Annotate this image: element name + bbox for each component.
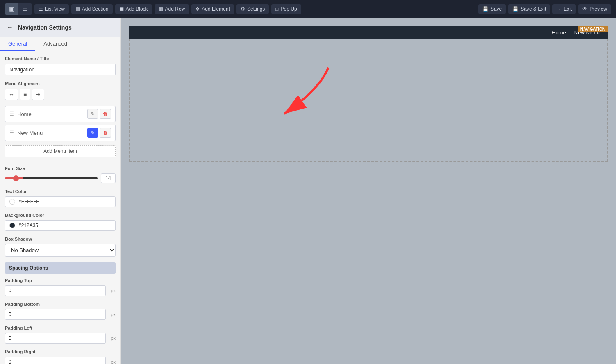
alignment-buttons: ↔ ≡ ⇥ <box>5 89 116 100</box>
padding-top-label: Padding Top <box>5 278 116 283</box>
text-color-swatch <box>9 199 15 205</box>
add-element-icon: ✥ <box>195 6 200 12</box>
menu-item-new-menu-actions: ✎ 🗑 <box>87 128 111 138</box>
toolbar-right: 💾 Save 💾 Save & Exit → Exit 👁 Preview <box>478 4 611 14</box>
box-shadow-select[interactable]: No Shadow Small Medium Large <box>5 244 116 257</box>
back-button[interactable]: ← <box>6 23 14 32</box>
preview-btn[interactable]: 👁 Preview <box>578 4 611 14</box>
mobile-view-btn[interactable]: ▭ <box>18 3 32 15</box>
sidebar-tabs: General Advanced <box>0 37 120 51</box>
popup-btn[interactable]: □ Pop Up <box>271 4 301 14</box>
canvas-inner: Home New Menu NAVIGATION <box>121 18 616 170</box>
text-color-label: Text Color <box>5 189 116 194</box>
font-size-slider[interactable] <box>5 177 98 179</box>
padding-top-px: px <box>107 288 116 293</box>
align-center-btn[interactable]: ≡ <box>20 89 30 100</box>
menu-alignment-label: Menu Alignment <box>5 81 116 86</box>
font-size-section: Font Size <box>5 166 116 183</box>
preview-icon: 👁 <box>582 6 587 12</box>
settings-icon: ⚙ <box>241 6 245 12</box>
padding-top-row: px <box>5 285 116 296</box>
menu-alignment-section: Menu Alignment ↔ ≡ ⇥ <box>5 81 116 100</box>
padding-left-input[interactable] <box>5 333 106 344</box>
list-view-btn[interactable]: ☰ List View <box>34 4 69 14</box>
desktop-view-btn[interactable]: ▣ <box>5 3 18 15</box>
sidebar-title: Navigation Settings <box>18 24 72 31</box>
menu-item-new-menu: ☰ New Menu ✎ 🗑 <box>5 125 116 141</box>
add-row-btn[interactable]: ▦ Add Row <box>155 4 189 14</box>
bg-color-swatch <box>9 223 15 228</box>
bg-color-field[interactable]: #212A35 <box>5 220 116 231</box>
padding-left-section: Padding Left px <box>5 325 116 344</box>
add-menu-item-btn[interactable]: Add Menu Item <box>5 145 116 157</box>
menu-item-home-actions: ✎ 🗑 <box>87 109 111 119</box>
align-right-btn[interactable]: ⇥ <box>32 89 44 100</box>
list-view-icon: ☰ <box>39 6 43 12</box>
padding-bottom-row: px <box>5 309 116 320</box>
menu-items-section: ☰ Home ✎ 🗑 ☰ New Menu ✎ <box>5 106 116 141</box>
padding-right-input[interactable] <box>5 357 106 364</box>
element-name-label: Element Name / Title <box>5 56 116 61</box>
save-btn[interactable]: 💾 Save <box>478 4 506 14</box>
padding-left-label: Padding Left <box>5 325 116 330</box>
add-element-btn[interactable]: ✥ Add Element <box>191 4 234 14</box>
padding-right-section: Padding Right px <box>5 349 116 364</box>
font-size-label: Font Size <box>5 166 116 171</box>
text-color-value: #FFFFFF <box>18 199 39 205</box>
home-delete-btn[interactable]: 🗑 <box>100 109 111 119</box>
padding-top-input[interactable] <box>5 285 106 296</box>
sidebar: ← Navigation Settings General Advanced E… <box>0 18 121 364</box>
text-color-section: Text Color #FFFFFF <box>5 189 116 207</box>
nav-item-home: Home <box>552 30 566 36</box>
home-edit-btn[interactable]: ✎ <box>87 109 98 119</box>
settings-btn[interactable]: ⚙ Settings <box>236 4 269 14</box>
menu-item-home: ☰ Home ✎ 🗑 <box>5 106 116 122</box>
padding-bottom-px: px <box>107 312 116 317</box>
bg-color-label: Background Color <box>5 213 116 218</box>
canvas-dashed-area <box>129 39 608 162</box>
padding-bottom-label: Padding Bottom <box>5 302 116 307</box>
align-left-btn[interactable]: ↔ <box>5 89 18 100</box>
drag-handle-icon-2[interactable]: ☰ <box>9 130 14 136</box>
bg-color-value: #212A35 <box>18 223 38 228</box>
font-size-value-input[interactable] <box>101 173 116 183</box>
menu-item-home-left: ☰ Home <box>9 111 32 117</box>
element-name-section: Element Name / Title <box>5 56 116 75</box>
menu-item-new-menu-label: New Menu <box>17 130 43 136</box>
padding-left-px: px <box>107 336 116 341</box>
exit-btn[interactable]: → Exit <box>552 4 576 14</box>
drag-handle-icon[interactable]: ☰ <box>9 111 14 117</box>
box-shadow-label: Box Shadow <box>5 237 116 241</box>
toolbar: ▣ ▭ ☰ List View ▦ Add Section ▣ Add Bloc… <box>0 0 616 18</box>
add-section-icon: ▦ <box>75 6 80 12</box>
save-exit-btn[interactable]: 💾 Save & Exit <box>508 4 550 14</box>
spacing-options-header[interactable]: Spacing Options <box>5 262 116 274</box>
save-icon: 💾 <box>482 6 489 12</box>
add-section-btn[interactable]: ▦ Add Section <box>71 4 113 14</box>
new-menu-delete-btn[interactable]: 🗑 <box>100 128 111 138</box>
padding-bottom-input[interactable] <box>5 309 106 320</box>
divider-1 <box>5 162 116 162</box>
canvas-area: Home New Menu NAVIGATION <box>121 18 616 364</box>
save-exit-icon: 💾 <box>512 6 518 12</box>
main-layout: ← Navigation Settings General Advanced E… <box>0 18 616 364</box>
navigation-bar: Home New Menu NAVIGATION <box>129 26 608 39</box>
padding-right-px: px <box>107 359 116 364</box>
add-block-icon: ▣ <box>119 6 124 12</box>
add-row-icon: ▦ <box>159 6 163 12</box>
text-color-field[interactable]: #FFFFFF <box>5 196 116 207</box>
tab-general[interactable]: General <box>0 37 35 51</box>
menu-item-home-label: Home <box>17 111 32 117</box>
padding-bottom-section: Padding Bottom px <box>5 302 116 320</box>
nav-badge: NAVIGATION <box>578 26 608 32</box>
add-block-btn[interactable]: ▣ Add Block <box>115 4 152 14</box>
element-name-input[interactable] <box>5 64 116 75</box>
bg-color-section: Background Color #212A35 <box>5 213 116 231</box>
popup-icon: □ <box>275 6 278 12</box>
new-menu-edit-btn[interactable]: ✎ <box>87 128 98 138</box>
device-buttons: ▣ ▭ <box>5 3 32 15</box>
tab-advanced[interactable]: Advanced <box>35 37 75 51</box>
sidebar-header: ← Navigation Settings <box>0 18 120 37</box>
menu-item-new-menu-left: ☰ New Menu <box>9 130 43 136</box>
box-shadow-section: Box Shadow No Shadow Small Medium Large <box>5 237 116 257</box>
